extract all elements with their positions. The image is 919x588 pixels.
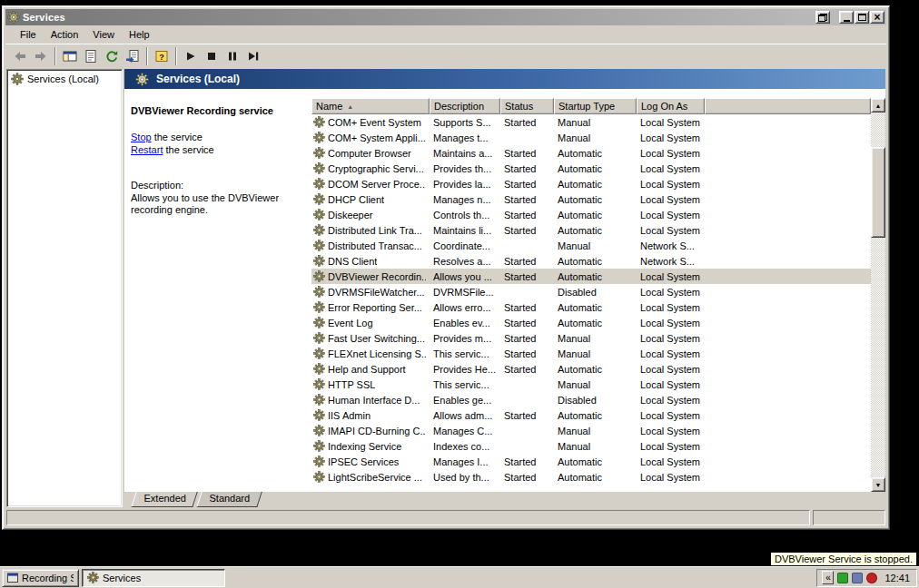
cell-status: Started [500, 333, 554, 344]
service-row-distributed-link-tra[interactable]: Distributed Link Tra...Maintains li...St… [311, 222, 871, 238]
cell-log-on-as: Local System [637, 271, 705, 282]
service-row-fast-user-switching[interactable]: Fast User Switching...Provides m...Start… [311, 330, 871, 346]
tray-red-status-icon[interactable] [866, 573, 877, 583]
restart-service-button[interactable] [243, 46, 263, 66]
column-header-description[interactable]: Description [430, 98, 500, 114]
column-label: Description [434, 101, 484, 112]
column-header-startup-type[interactable]: Startup Type [554, 98, 637, 114]
service-row-lightscribeservice[interactable]: LightScribeService ...Used by th...Start… [311, 469, 871, 485]
help-button[interactable]: ? [152, 46, 172, 66]
service-row-http-ssl[interactable]: HTTP SSLThis servic...ManualLocal System [311, 377, 871, 392]
service-row-human-interface-d[interactable]: Human Interface D...Enables ge...Disable… [311, 392, 871, 407]
menu-item-view[interactable]: View [85, 27, 122, 42]
service-row-cryptographic-servi[interactable]: Cryptographic Servi...Provides th...Star… [311, 161, 871, 176]
service-row-dns-client[interactable]: DNS ClientResolves a...StartedAutomaticN… [311, 253, 871, 269]
cell-name: COM+ System Appli... [311, 132, 430, 143]
cell-log-on-as: Local System [637, 117, 705, 128]
title-bar[interactable]: Services × [5, 9, 886, 25]
app-window-icon [7, 573, 18, 583]
refresh-button[interactable] [102, 46, 122, 66]
vertical-scrollbar[interactable]: ▲ ▼ [871, 98, 885, 492]
description-label: Description: [131, 180, 302, 191]
service-row-com-event-system[interactable]: COM+ Event SystemSupports S...StartedMan… [311, 114, 871, 130]
minimize-button[interactable] [839, 11, 854, 24]
service-row-ipsec-services[interactable]: IPSEC ServicesManages I...StartedAutomat… [311, 454, 871, 469]
menu-item-file[interactable]: File [13, 27, 44, 42]
service-gear-icon [313, 425, 325, 436]
service-row-iis-admin[interactable]: IIS AdminAllows adm...StartedAutomaticLo… [311, 407, 871, 423]
banner-title: Services (Local) [156, 73, 240, 85]
cell-description: Coordinate... [430, 240, 500, 251]
cell-startup-type: Automatic [554, 364, 637, 375]
service-row-dcom-server-proce[interactable]: DCOM Server Proce...Provides la...Starte… [311, 176, 871, 191]
column-header-status[interactable]: Status [500, 98, 554, 114]
selected-service-title: DVBViewer Recording service [131, 105, 302, 116]
service-row-help-and-support[interactable]: Help and SupportProvides He...StartedAut… [311, 361, 871, 377]
cell-description: Manages I... [430, 456, 500, 467]
taskbar-button-recording-window[interactable]: Recording Se... [2, 569, 79, 587]
tray-volume-icon[interactable] [852, 573, 863, 583]
column-header-name[interactable]: Name▲ [311, 98, 430, 114]
cell-status: Started [500, 348, 554, 359]
scroll-thumb[interactable] [871, 147, 885, 238]
result-pane-banner: Services (Local) [124, 69, 885, 89]
export-list-button[interactable] [123, 46, 143, 66]
cell-startup-type: Automatic [554, 302, 637, 313]
cell-description: Provides He... [430, 364, 500, 375]
cell-status: Started [500, 225, 554, 236]
service-row-computer-browser[interactable]: Computer BrowserMaintains a...StartedAut… [311, 145, 871, 161]
restore-child-window-button[interactable] [815, 11, 830, 24]
restore-icon [818, 14, 827, 22]
menu-item-action[interactable]: Action [44, 27, 86, 42]
cell-startup-type: Automatic [554, 179, 637, 190]
cell-status: Started [500, 410, 554, 421]
properties-button[interactable] [81, 46, 101, 66]
service-row-indexing-service[interactable]: Indexing ServiceIndexes co...ManualLocal… [311, 438, 871, 454]
maximize-button[interactable] [855, 11, 869, 24]
restart-line-suffix: the service [163, 144, 213, 155]
service-row-dvbviewer-recordin[interactable]: DVBViewer Recordin...Allows you ...Start… [311, 269, 871, 284]
cell-log-on-as: Local System [637, 132, 705, 143]
stop-service-link[interactable]: Stop [131, 132, 152, 142]
back-button[interactable] [10, 46, 30, 66]
service-gear-icon [313, 224, 325, 236]
start-service-button[interactable] [181, 46, 201, 66]
close-button[interactable]: × [870, 11, 884, 24]
tray-chevron-button[interactable]: « [822, 571, 834, 584]
cell-description: Manages C... [430, 426, 500, 436]
cell-startup-type: Automatic [554, 225, 637, 236]
show-console-tree-button[interactable] [60, 46, 80, 66]
tab-extended[interactable]: Extended [131, 492, 198, 507]
cell-startup-type: Automatic [554, 318, 637, 328]
service-row-flexnet-licensing-s[interactable]: FLEXnet Licensing S...This servic...Star… [311, 346, 871, 361]
cell-name: Distributed Transac... [311, 240, 430, 251]
cell-description: Allows adm... [430, 410, 500, 421]
cell-log-on-as: Network S... [637, 240, 705, 251]
scroll-up-button[interactable]: ▲ [871, 98, 885, 113]
tree-item-services-local[interactable]: Services (Local) [7, 70, 122, 87]
cell-startup-type: Manual [554, 348, 637, 359]
tray-green-agent-icon[interactable] [837, 573, 848, 583]
service-row-imapi-cd-burning-c[interactable]: IMAPI CD-Burning C...Manages C...ManualL… [311, 423, 871, 438]
service-row-com-system-appli[interactable]: COM+ System Appli...Manages t...ManualLo… [311, 130, 871, 145]
taskbar-button-services-window[interactable]: Services [82, 569, 225, 587]
scroll-down-button[interactable]: ▼ [871, 477, 885, 492]
stop-service-button[interactable] [202, 46, 222, 66]
service-row-distributed-transac[interactable]: Distributed Transac...Coordinate...Manua… [311, 238, 871, 253]
forward-arrow-icon [34, 49, 48, 64]
service-row-dhcp-client[interactable]: DHCP ClientManages n...StartedAutomaticL… [311, 191, 871, 207]
scroll-track[interactable] [871, 113, 885, 477]
restart-service-link[interactable]: Restart [131, 144, 163, 155]
tab-strip: ExtendedStandard [124, 492, 885, 507]
cell-name: DCOM Server Proce... [311, 178, 430, 190]
service-row-error-reporting-ser[interactable]: Error Reporting Ser...Allows erro...Star… [311, 299, 871, 315]
service-row-event-log[interactable]: Event LogEnables ev...StartedAutomaticLo… [311, 315, 871, 330]
pause-service-button[interactable] [222, 46, 242, 66]
column-header-log-on-as[interactable]: Log On As [637, 98, 705, 114]
service-row-diskeeper[interactable]: DiskeeperControls th...StartedAutomaticL… [311, 207, 871, 222]
cell-status: Started [500, 318, 554, 328]
forward-button[interactable] [31, 46, 51, 66]
menu-item-help[interactable]: Help [122, 27, 157, 42]
tab-standard[interactable]: Standard [197, 492, 262, 507]
service-row-dvrmsfilewatcher[interactable]: DVRMSFileWatcher...DVRMSFile...DisabledL… [311, 284, 871, 299]
